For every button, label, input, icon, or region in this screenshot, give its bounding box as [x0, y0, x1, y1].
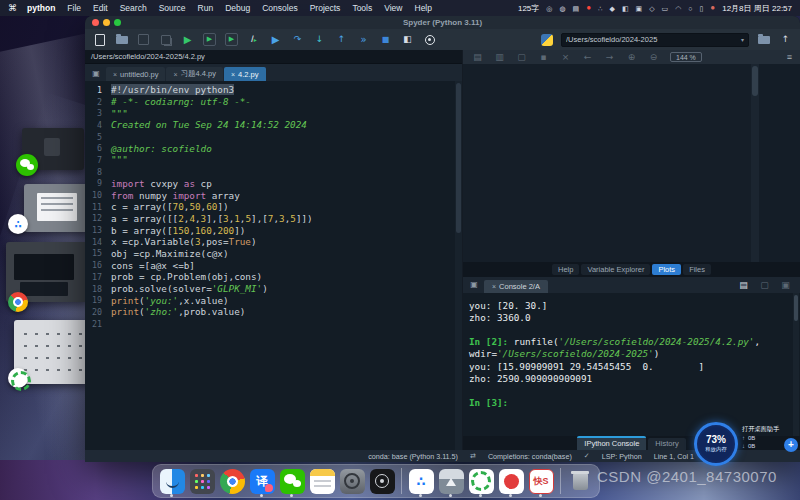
close-icon[interactable]: × — [231, 71, 235, 78]
menu-item[interactable]: Edit — [93, 3, 108, 13]
run-cell-icon[interactable]: ▶ — [203, 33, 216, 46]
new-file-icon[interactable] — [93, 33, 106, 46]
dock-item-trash[interactable] — [567, 466, 593, 496]
browse-workdir-icon[interactable] — [757, 33, 770, 46]
dock-item-translate[interactable]: 译 — [249, 466, 275, 496]
copy-plot-icon[interactable]: ▢ — [515, 51, 528, 64]
display-icon[interactable]: ▯ — [699, 5, 703, 12]
panel-tab[interactable]: Variable Explorer — [581, 264, 650, 275]
dock-item-share[interactable]: ∴ — [408, 466, 434, 496]
assistant-add-button[interactable]: + — [784, 438, 798, 452]
menu-item[interactable]: Projects — [310, 3, 341, 13]
working-directory-combobox[interactable]: /Users/scofieldo/2024-2025 ▾ — [561, 33, 749, 47]
continue-icon[interactable]: » — [357, 33, 370, 46]
apple-menu-icon[interactable]: ⌘ — [8, 3, 17, 13]
menu-item[interactable]: View — [384, 3, 402, 13]
browse-tabs-button[interactable]: ▣ — [88, 67, 104, 80]
share-app-badge-icon[interactable]: ∴ — [8, 214, 28, 234]
menubar-clock[interactable]: 12月8日 周日 22:57 — [722, 3, 792, 14]
screen-mirroring-icon[interactable]: ◎ — [546, 5, 552, 12]
plots-canvas[interactable] — [463, 64, 751, 262]
open-file-icon[interactable] — [115, 33, 128, 46]
app-menu-title[interactable]: python — [27, 3, 55, 13]
editor-tab[interactable]: ×4.2.py — [224, 67, 266, 81]
scrollbar-thumb[interactable] — [752, 66, 758, 96]
editor-scrollbar[interactable] — [455, 81, 462, 450]
menu-item[interactable]: Tools — [352, 3, 372, 13]
plots-thumbnail-list[interactable] — [759, 64, 800, 262]
assistant-icon[interactable]: ◆ — [609, 5, 614, 12]
plots-options-menu-icon[interactable]: ≡ — [787, 52, 792, 62]
ipython-console-output[interactable]: you: [20. 30.]zho: 3360.0In [2]: runfile… — [463, 293, 800, 436]
step-over-icon[interactable]: ↷ — [291, 33, 304, 46]
console-env-icon[interactable]: ▢ — [758, 279, 771, 292]
console-panel-tab[interactable]: IPython Console — [577, 436, 646, 450]
save-all-icon[interactable] — [159, 33, 172, 46]
maximize-pane-icon[interactable]: ◧ — [401, 33, 414, 46]
scrollbar-thumb[interactable] — [456, 83, 461, 233]
memory-free-button[interactable]: 73% 释放内存 — [694, 422, 738, 466]
step-into-icon[interactable]: ↓ — [313, 33, 326, 46]
panel-tab[interactable]: Help — [552, 264, 579, 275]
close-icon[interactable]: × — [492, 283, 496, 290]
input-source-icon[interactable]: ● — [710, 4, 715, 12]
chrome-badge-icon[interactable] — [8, 292, 28, 312]
scrollbar-thumb[interactable] — [794, 295, 798, 321]
menu-item[interactable]: Search — [120, 3, 147, 13]
dock-item-redapple[interactable] — [498, 466, 524, 496]
stage-manager-icon[interactable]: ◧ — [622, 5, 629, 12]
close-icon[interactable]: × — [113, 71, 117, 78]
dock-item-finder[interactable] — [159, 466, 185, 496]
next-plot-icon[interactable]: → — [603, 51, 616, 64]
assistant-label[interactable]: 打开桌面助手 — [742, 425, 779, 434]
debug-icon[interactable]: ▶ — [269, 33, 282, 46]
run-icon[interactable]: ▶ — [181, 33, 194, 46]
dock-item-settings[interactable] — [339, 466, 365, 496]
window-titlebar[interactable]: Spyder (Python 3.11) — [85, 16, 800, 29]
record-icon[interactable]: ● — [586, 4, 591, 12]
previous-plot-icon[interactable]: ← — [581, 51, 594, 64]
mic-icon[interactable]: ◍ — [559, 5, 565, 12]
search-icon[interactable]: ○ — [688, 5, 692, 12]
inspect-icon[interactable]: ▤ — [737, 279, 750, 292]
keyboard-icon[interactable]: ▤ — [573, 5, 580, 12]
remove-plot-icon[interactable]: ▪ — [537, 51, 550, 64]
dock-item-wechat[interactable] — [279, 466, 305, 496]
dock-item-notes[interactable] — [309, 466, 335, 496]
dock-item-keychain[interactable] — [369, 466, 395, 496]
dock-item-kuai[interactable]: 快S — [528, 466, 554, 496]
menu-item[interactable]: Source — [159, 3, 186, 13]
dock-item-greenring[interactable] — [468, 466, 494, 496]
zoom-in-icon[interactable]: ⊕ — [625, 51, 638, 64]
dock-item-photo[interactable] — [438, 466, 464, 496]
menu-item[interactable]: File — [67, 3, 81, 13]
dock-item-launchpad[interactable] — [189, 466, 215, 496]
panel-tab[interactable]: Files — [683, 264, 711, 275]
close-icon[interactable]: × — [173, 71, 177, 78]
bluetooth-icon[interactable]: ◇ — [649, 5, 654, 12]
parent-directory-icon[interactable]: ↑ — [779, 33, 792, 46]
plots-scrollbar[interactable] — [751, 64, 759, 262]
menu-item[interactable]: Consoles — [262, 3, 297, 13]
run-cell-advance-icon[interactable]: ▶ — [225, 33, 238, 46]
battery-icon[interactable]: ▭ — [662, 5, 669, 12]
green-ring-badge-icon[interactable] — [8, 368, 28, 388]
dock-item-chrome[interactable] — [219, 466, 245, 496]
code-editor[interactable]: 1#!/usr/bin/env python32# -*- codiarng: … — [85, 81, 462, 450]
panel-tab[interactable]: Plots — [652, 264, 681, 275]
zoom-out-icon[interactable]: ⊖ — [647, 51, 660, 64]
save-icon[interactable] — [137, 33, 150, 46]
python-env-icon[interactable] — [540, 33, 553, 46]
menu-item[interactable]: Debug — [225, 3, 250, 13]
editor-tab[interactable]: ×习题4.4.py — [166, 67, 223, 81]
window-icon[interactable]: ▣ — [636, 5, 643, 12]
stop-debug-icon[interactable]: ■ — [379, 33, 392, 46]
window-thumbnail-dialog[interactable] — [24, 184, 90, 232]
save-plot-icon[interactable]: ▤ — [471, 51, 484, 64]
console-panel-tab[interactable]: History — [648, 438, 685, 450]
editor-tab[interactable]: ×untitled0.py — [106, 67, 165, 81]
menu-item[interactable]: Help — [415, 3, 432, 13]
run-selection-icon[interactable]: I — [247, 33, 260, 46]
step-return-icon[interactable]: ↑ — [335, 33, 348, 46]
control-center-icon[interactable]: ∴ — [598, 5, 602, 12]
